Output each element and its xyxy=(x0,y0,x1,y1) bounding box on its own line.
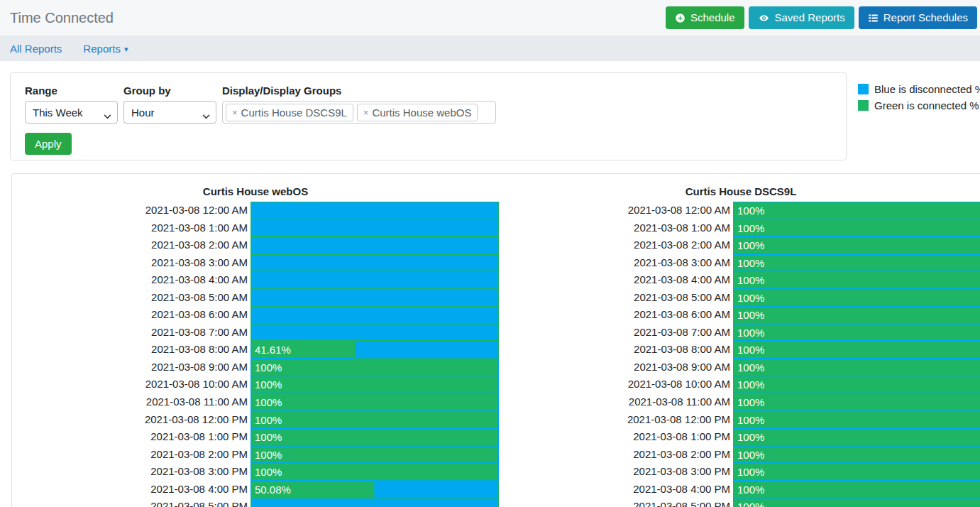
category-label: 2021-03-08 1:00 PM xyxy=(12,428,250,446)
category-label: 2021-03-08 1:00 AM xyxy=(12,219,250,237)
category-label: 2021-03-08 12:00 PM xyxy=(499,411,733,429)
chart-curtis-house-dscs9l: Curtis House DSCS9L 2021-03-08 12:00 AM1… xyxy=(499,185,980,507)
bar-value-label: 100% xyxy=(734,325,980,341)
bar-value-label: 100% xyxy=(251,447,498,463)
green-swatch-icon xyxy=(858,100,869,111)
bar-value-label: 100% xyxy=(734,412,980,428)
chart-row: 2021-03-08 2:00 PM100% xyxy=(12,446,499,464)
category-label: 2021-03-08 9:00 AM xyxy=(12,359,250,376)
category-label: 2021-03-08 11:00 AM xyxy=(499,393,733,411)
tag-label: Curtis House webOS xyxy=(372,107,471,119)
bar-track: 100% xyxy=(733,254,980,272)
plus-circle-icon xyxy=(675,13,686,23)
chart-row: 2021-03-08 5:00 PM100% xyxy=(499,498,980,507)
display-groups-input[interactable]: × Curtis House DSCS9L × Curtis House web… xyxy=(222,101,496,124)
bar-track: 100% xyxy=(250,393,499,411)
schedule-button[interactable]: Schedule xyxy=(666,6,744,30)
bar-value-label: 100% xyxy=(734,272,980,288)
chart-row: 2021-03-08 1:00 AM xyxy=(12,219,499,237)
bar-track: 100% xyxy=(733,289,980,307)
connected-bar-segment: 100% xyxy=(733,254,980,272)
page-title: Time Connected xyxy=(10,10,114,26)
chart-row: 2021-03-08 2:00 PM100% xyxy=(499,446,980,464)
report-schedules-button[interactable]: Report Schedules xyxy=(859,6,977,30)
group-by-select[interactable]: Hour xyxy=(123,101,216,124)
category-label: 2021-03-08 5:00 PM xyxy=(12,498,250,507)
bar-track: 100% xyxy=(733,463,980,481)
connected-bar-segment: 100% xyxy=(250,463,499,481)
disconnected-bar-segment xyxy=(354,341,499,359)
bar-track: 50.08% xyxy=(250,481,499,498)
bar-value-label: 100% xyxy=(734,237,980,254)
category-label: 2021-03-08 4:00 PM xyxy=(499,481,733,498)
bar-value-label: 100% xyxy=(734,290,980,306)
chart-row: 2021-03-08 10:00 AM100% xyxy=(499,376,980,393)
bar-track xyxy=(250,271,499,289)
disconnected-bar-segment xyxy=(250,219,499,237)
bar-track: 100% xyxy=(733,236,980,254)
disconnected-bar-segment xyxy=(250,254,499,272)
reports-navbar: All Reports Reports ▾ xyxy=(0,36,980,61)
chart-row: 2021-03-08 5:00 PM xyxy=(12,498,499,507)
bar-track: 100% xyxy=(250,428,499,446)
bar-value-label: 100% xyxy=(734,376,980,393)
schedule-button-label: Schedule xyxy=(690,12,735,24)
chart-row: 2021-03-08 1:00 PM100% xyxy=(499,428,980,446)
chart-row: 2021-03-08 8:00 AM100% xyxy=(499,341,980,359)
chart-row: 2021-03-08 9:00 AM100% xyxy=(12,359,499,376)
bar-track: 100% xyxy=(733,306,980,324)
category-label: 2021-03-08 7:00 AM xyxy=(12,324,250,342)
saved-reports-button[interactable]: Saved Reports xyxy=(749,6,854,30)
bar-track: 100% xyxy=(733,324,980,342)
bar-track: 100% xyxy=(733,393,980,411)
bar-track: 100% xyxy=(733,271,980,289)
bar-track xyxy=(250,324,499,342)
remove-tag-icon[interactable]: × xyxy=(363,108,369,117)
apply-button[interactable]: Apply xyxy=(25,133,72,155)
connected-bar-segment: 100% xyxy=(733,428,980,446)
bar-track: 100% xyxy=(733,219,980,237)
connected-bar-segment: 100% xyxy=(733,463,980,481)
category-label: 2021-03-08 10:00 AM xyxy=(12,376,250,393)
nav-all-reports-link[interactable]: All Reports xyxy=(10,43,62,55)
bar-value-label: 100% xyxy=(734,255,980,271)
connected-bar-segment: 100% xyxy=(733,481,980,498)
connected-bar-segment: 100% xyxy=(250,428,499,446)
legend-label: Green is connected % xyxy=(874,99,979,111)
bar-track xyxy=(250,289,499,307)
category-label: 2021-03-08 12:00 PM xyxy=(12,411,250,429)
range-select[interactable]: This Week xyxy=(25,101,118,124)
display-groups-label: Display/Display Groups xyxy=(222,84,496,97)
connected-bar-segment: 50.08% xyxy=(250,481,375,498)
page-header: Time Connected Schedule Saved Reports Re… xyxy=(0,0,980,36)
chart-row: 2021-03-08 6:00 AM xyxy=(12,306,499,324)
disconnected-bar-segment xyxy=(250,306,499,324)
disconnected-bar-segment xyxy=(250,324,499,342)
saved-reports-button-label: Saved Reports xyxy=(775,12,845,24)
nav-reports-dropdown[interactable]: Reports ▾ xyxy=(83,43,128,55)
bar-track xyxy=(250,254,499,272)
bar-track: 100% xyxy=(733,411,980,429)
bar-value-label: 100% xyxy=(251,464,498,480)
category-label: 2021-03-08 12:00 AM xyxy=(12,202,250,219)
chart-title: Curtis House DSCS9L xyxy=(499,185,980,200)
remove-tag-icon[interactable]: × xyxy=(232,108,238,117)
bar-value-label: 100% xyxy=(734,220,980,236)
eye-icon xyxy=(758,13,770,23)
legend-item-disconnected: Blue is disconnected % xyxy=(858,83,980,95)
category-label: 2021-03-08 12:00 AM xyxy=(499,202,733,219)
chart-row: 2021-03-08 2:00 AM100% xyxy=(499,236,980,254)
category-label: 2021-03-08 4:00 PM xyxy=(12,481,250,498)
range-filter-group: Range This Week xyxy=(25,84,118,124)
chart-row: 2021-03-08 1:00 PM100% xyxy=(12,428,499,446)
connected-bar-segment: 100% xyxy=(250,359,499,376)
bar-value-label: 100% xyxy=(251,429,498,445)
bar-track: 100% xyxy=(733,428,980,446)
disconnected-bar-segment xyxy=(250,498,499,507)
report-schedules-button-label: Report Schedules xyxy=(883,12,968,24)
bar-value-label: 50.08% xyxy=(251,481,374,498)
bar-track: 100% xyxy=(733,376,980,393)
category-label: 2021-03-08 6:00 AM xyxy=(12,306,250,324)
list-icon xyxy=(868,13,879,23)
chart-row: 2021-03-08 5:00 AM100% xyxy=(499,289,980,307)
